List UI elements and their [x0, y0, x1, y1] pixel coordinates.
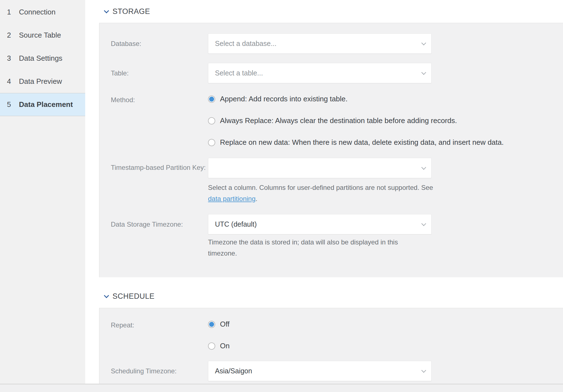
- data-storage-timezone-label: Data Storage Timezone:: [99, 214, 208, 234]
- repeat-option-label: On: [220, 342, 230, 350]
- data-storage-timezone-select[interactable]: UTC (default): [208, 214, 432, 234]
- storage-section-header[interactable]: STORAGE: [85, 0, 563, 23]
- step-number: 1: [7, 8, 19, 16]
- database-select-value: Select a database...: [215, 40, 421, 48]
- step-label: Data Preview: [19, 77, 62, 86]
- sidebar-item-data-placement[interactable]: 5 Data Placement: [0, 93, 85, 116]
- step-number: 4: [7, 77, 19, 86]
- chevron-down-icon: [421, 40, 426, 45]
- partition-key-select[interactable]: [208, 158, 432, 178]
- step-number: 3: [7, 54, 19, 63]
- partition-key-label: Timestamp-based Partition Key:: [99, 158, 208, 204]
- step-label: Source Table: [19, 31, 61, 40]
- chevron-down-icon: [104, 293, 109, 298]
- storage-panel: Database: Select a database... Table: Se…: [99, 23, 563, 277]
- repeat-row: Repeat: Off On: [99, 320, 563, 350]
- step-label: Data Settings: [19, 54, 62, 63]
- main-content: STORAGE Database: Select a database... T…: [85, 0, 563, 384]
- wizard-page: 1 Connection 2 Source Table 3 Data Setti…: [0, 0, 563, 384]
- table-row: Table: Select a table...: [99, 63, 563, 83]
- data-partitioning-link[interactable]: data partitioning: [208, 195, 256, 202]
- method-row: Method: Append: Add records into existin…: [99, 95, 563, 147]
- sidebar-item-connection[interactable]: 1 Connection: [0, 1, 85, 24]
- method-option-label: Append: Add records into existing table.: [220, 95, 347, 103]
- repeat-option-on[interactable]: On: [208, 342, 563, 350]
- sidebar-item-data-settings[interactable]: 3 Data Settings: [0, 47, 85, 70]
- schedule-section-title: SCHEDULE: [112, 292, 155, 301]
- database-row: Database: Select a database...: [99, 33, 563, 54]
- method-option-replace-on-new-data[interactable]: Replace on new data: When there is new d…: [208, 138, 563, 147]
- repeat-label: Repeat:: [99, 322, 208, 350]
- data-storage-timezone-value: UTC (default): [215, 220, 421, 228]
- partition-key-help: Select a column. Columns for user-define…: [208, 182, 443, 204]
- step-label: Connection: [19, 8, 56, 16]
- help-text: .: [256, 195, 258, 202]
- chevron-down-icon: [421, 221, 426, 226]
- method-option-always-replace[interactable]: Always Replace: Always clear the destina…: [208, 116, 563, 125]
- radio-button-icon: [208, 321, 215, 328]
- radio-button-icon: [208, 139, 215, 146]
- method-option-label: Always Replace: Always clear the destina…: [220, 116, 457, 125]
- table-select-value: Select a table...: [215, 69, 421, 77]
- repeat-option-label: Off: [220, 320, 229, 329]
- step-number: 5: [7, 100, 19, 109]
- radio-button-icon: [208, 117, 215, 124]
- chevron-down-icon: [421, 165, 426, 170]
- step-label: Data Placement: [19, 100, 73, 109]
- chevron-down-icon: [421, 70, 426, 75]
- steps-sidebar: 1 Connection 2 Source Table 3 Data Setti…: [0, 0, 85, 384]
- method-label: Method:: [99, 96, 208, 147]
- schedule-panel: Repeat: Off On Scheduling Timezone:: [99, 308, 563, 392]
- help-text: Select a column. Columns for user-define…: [208, 184, 433, 191]
- database-select[interactable]: Select a database...: [208, 33, 432, 54]
- method-option-append[interactable]: Append: Add records into existing table.: [208, 95, 563, 103]
- storage-section-title: STORAGE: [112, 7, 150, 16]
- table-label: Table:: [99, 63, 208, 83]
- database-label: Database:: [99, 33, 208, 54]
- sidebar-item-source-table[interactable]: 2 Source Table: [0, 24, 85, 47]
- footer-bar: [0, 384, 563, 392]
- schedule-section-header[interactable]: SCHEDULE: [85, 277, 563, 308]
- scheduling-timezone-value: Asia/Saigon: [215, 367, 421, 375]
- method-option-label: Replace on new data: When there is new d…: [220, 138, 504, 147]
- radio-button-icon: [208, 95, 215, 103]
- data-storage-timezone-row: Data Storage Timezone: UTC (default) Tim…: [99, 214, 563, 259]
- chevron-down-icon: [421, 368, 426, 373]
- scheduling-timezone-select[interactable]: Asia/Saigon: [208, 361, 432, 381]
- scheduling-timezone-label: Scheduling Timezone:: [99, 361, 208, 381]
- table-select[interactable]: Select a table...: [208, 63, 432, 83]
- data-storage-timezone-help: Timezone the data is stored in; data wil…: [208, 237, 417, 259]
- sidebar-item-data-preview[interactable]: 4 Data Preview: [0, 70, 85, 93]
- radio-button-icon: [208, 342, 215, 350]
- repeat-option-off[interactable]: Off: [208, 320, 563, 329]
- chevron-down-icon: [104, 8, 109, 13]
- step-number: 2: [7, 31, 19, 40]
- partition-key-row: Timestamp-based Partition Key: Select a …: [99, 158, 563, 204]
